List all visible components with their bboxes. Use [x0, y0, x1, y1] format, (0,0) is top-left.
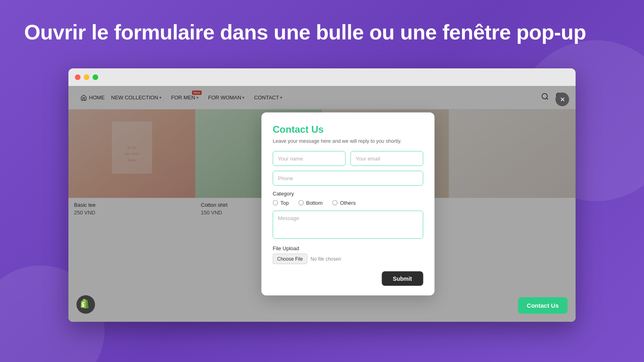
category-radio-group: Top Bottom Others [273, 200, 423, 206]
email-input[interactable] [351, 151, 423, 166]
file-upload-section: File Upload Choose File No file chosen [273, 245, 423, 264]
window-close-btn[interactable] [75, 74, 80, 80]
popup-subtitle: Leave your message here and we will repl… [273, 138, 423, 144]
name-email-row [273, 151, 423, 166]
popup-title: Contact Us [273, 124, 423, 135]
category-label: Category [273, 191, 423, 197]
phone-input[interactable] [273, 171, 423, 186]
radio-bottom-label: Bottom [306, 200, 322, 206]
radio-top-input[interactable] [273, 200, 278, 206]
radio-bottom[interactable]: Bottom [298, 200, 322, 206]
category-section: Category Top Bottom Others [273, 191, 423, 206]
radio-others[interactable]: Others [332, 200, 356, 206]
radio-bottom-input[interactable] [298, 200, 303, 206]
radio-top[interactable]: Top [273, 200, 289, 206]
file-upload-label: File Upload [273, 245, 423, 251]
no-file-text: No file chosen [311, 256, 341, 262]
file-upload-row: Choose File No file chosen [273, 254, 423, 264]
choose-file-button[interactable]: Choose File [273, 254, 308, 264]
radio-top-label: Top [281, 200, 289, 206]
phone-row [273, 171, 423, 186]
browser-content: HOME NEW COLLECTION ▾ FOR MEN ▾ New FOR … [68, 86, 576, 322]
window-maximize-btn[interactable] [93, 74, 98, 80]
contact-us-button[interactable]: Contact Us [518, 297, 568, 314]
contact-popup: Contact Us Leave your message here and w… [262, 113, 435, 296]
form-footer: Submit [273, 272, 423, 286]
shopify-icon[interactable] [76, 295, 95, 314]
submit-button[interactable]: Submit [382, 272, 423, 286]
window-minimize-btn[interactable] [84, 74, 89, 80]
name-input[interactable] [273, 151, 346, 166]
radio-others-label: Others [340, 200, 356, 206]
shopify-logo-svg [80, 299, 91, 310]
radio-others-input[interactable] [332, 200, 338, 206]
browser-window: HOME NEW COLLECTION ▾ FOR MEN ▾ New FOR … [68, 68, 576, 322]
page-title: Ouvrir le formulaire dans une bulle ou u… [24, 20, 620, 44]
message-textarea[interactable] [273, 211, 423, 239]
popup-close-button[interactable]: ✕ [555, 93, 569, 106]
browser-chrome [68, 68, 576, 86]
